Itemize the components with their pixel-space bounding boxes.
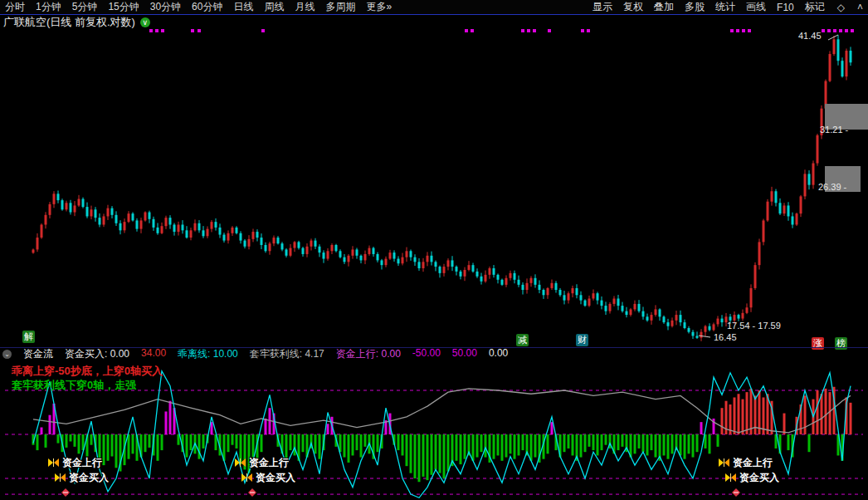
buy-signal-marker: 资金上行资金买入 <box>235 455 368 500</box>
butterfly-icon <box>235 458 246 468</box>
main-chart[interactable] <box>0 0 868 500</box>
indicator-param: 套牢获利线: 4.17 <box>250 347 324 361</box>
buy-signal-marker: 资金上行资金买入 <box>719 455 851 500</box>
indicator-param: 资金上行: 0.00 <box>336 347 401 361</box>
indicator-param: 乖离线: 10.00 <box>178 347 238 361</box>
menubar-item[interactable]: 标记 <box>805 0 825 14</box>
indicator-annotation: 乖离上穿-50抄底，上穿0轴买入 <box>12 364 163 379</box>
top-menubar: 分时1分钟5分钟15分钟30分钟60分钟日线周线月线多周期更多» 显示复权叠加多… <box>0 0 868 15</box>
diamond-icon[interactable]: ◇ <box>837 2 845 13</box>
marker-label: 资金上行 <box>249 456 289 470</box>
price-label: 17.54 - 17.59 <box>727 321 781 331</box>
menubar-right: 显示复权叠加多股统计画线F10标记◇˄ <box>592 0 863 14</box>
marker-label: 资金买入 <box>69 471 109 485</box>
menubar-item[interactable]: F10 <box>777 2 794 13</box>
price-label: 26.39 - <box>818 182 846 192</box>
indicator-collapse-icon[interactable]: ⌄ <box>2 350 12 359</box>
menubar-item[interactable]: 30分钟 <box>150 0 181 14</box>
menubar-item[interactable]: 统计 <box>715 0 735 14</box>
dropdown-icon[interactable]: ∨ <box>140 17 150 27</box>
butterfly-icon <box>719 458 729 468</box>
trading-app-window: 分时1分钟5分钟15分钟30分钟60分钟日线周线月线多周期更多» 显示复权叠加多… <box>0 0 868 500</box>
menubar-item[interactable]: 多周期 <box>325 0 355 14</box>
indicator-param: 34.00 <box>141 347 166 361</box>
menubar-item[interactable]: 复权 <box>623 0 643 14</box>
butterfly-icon <box>725 473 736 483</box>
stock-title: 广联航空(日线 前复权.对数) <box>3 15 135 30</box>
menubar-item[interactable]: 显示 <box>592 0 612 14</box>
indicator-params: 资金买入: 0.0034.00乖离线: 10.00套牢获利线: 4.17资金上行… <box>65 347 508 361</box>
menubar-item[interactable]: 月线 <box>295 0 315 14</box>
gift-icon <box>61 488 70 497</box>
indicator-param: 0.00 <box>489 347 508 361</box>
menubar-item[interactable]: 多股 <box>685 0 705 14</box>
candlestick-series <box>32 35 852 341</box>
menubar-item[interactable]: 周线 <box>264 0 284 14</box>
menubar-item[interactable]: 1分钟 <box>36 0 61 14</box>
marker-label: 资金上行 <box>62 456 102 470</box>
stock-titlebar: 广联航空(日线 前复权.对数) ∨ <box>3 16 150 29</box>
marker-label: 资金上行 <box>733 456 773 470</box>
menubar-left: 分时1分钟5分钟15分钟30分钟60分钟日线周线月线多周期更多» <box>5 0 392 14</box>
menubar-item[interactable]: 日线 <box>233 0 253 14</box>
gift-icon <box>248 488 256 497</box>
overlay-badge[interactable]: 解 <box>22 331 35 343</box>
indicator-annotation: 套牢获利线下穿0轴，走强 <box>12 378 136 393</box>
overlay-badge[interactable]: 减 <box>516 334 529 346</box>
marker-label: 资金买入 <box>256 471 295 485</box>
price-label: 16.45 <box>714 332 737 342</box>
butterfly-icon <box>55 473 66 483</box>
indicator-header: ⌄ 资金流 资金买入: 0.0034.00乖离线: 10.00套牢获利线: 4.… <box>0 347 868 360</box>
menubar-item[interactable]: 画线 <box>746 0 766 14</box>
butterfly-icon <box>48 458 59 468</box>
menubar-item[interactable]: 更多» <box>366 0 392 14</box>
indicator-param: -50.00 <box>412 347 441 361</box>
overlay-badge[interactable]: 财 <box>576 334 588 346</box>
indicator-param: 资金买入: 0.00 <box>65 347 129 361</box>
gift-icon <box>732 488 740 497</box>
indicator-name[interactable]: 资金流 <box>23 347 53 361</box>
indicator-param: 50.00 <box>452 347 477 361</box>
price-label: 41.45 <box>798 31 822 41</box>
menubar-item[interactable]: 分时 <box>5 0 25 14</box>
menubar-item[interactable]: 5分钟 <box>72 0 98 14</box>
gap-boxes <box>825 104 868 192</box>
menubar-item[interactable]: 15分钟 <box>108 0 139 14</box>
butterfly-icon <box>241 473 252 483</box>
leader-lines <box>699 35 838 337</box>
buy-signal-marker: 资金上行资金买入 <box>48 455 181 500</box>
price-label: 31.21 - <box>820 125 848 135</box>
indicator-gray-line <box>33 389 851 433</box>
menubar-item[interactable]: 叠加 <box>654 0 674 14</box>
marker-label: 资金买入 <box>739 471 779 485</box>
menubar-item[interactable]: 60分钟 <box>192 0 222 14</box>
chevron-up-icon[interactable]: ˄ <box>857 2 863 13</box>
signal-dots <box>149 29 854 32</box>
